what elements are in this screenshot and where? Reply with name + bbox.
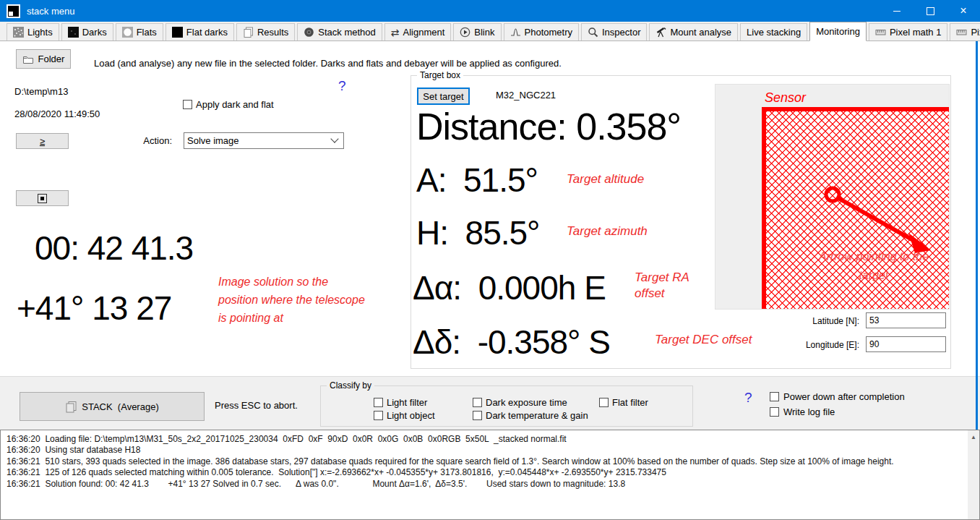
arrow-annotation: Arrrow pointing to the target: [815, 247, 932, 286]
dark-exposure-checkbox[interactable]: [473, 398, 482, 407]
close-button[interactable]: ×: [947, 0, 980, 22]
target-dec-offset: Δδ: -0.358° S: [413, 324, 610, 361]
monitor-help-link[interactable]: ?: [338, 78, 346, 94]
start-monitor-glyph: ≥: [40, 136, 45, 147]
alignment-icon: ⇄: [391, 27, 400, 38]
log-scrollbar[interactable]: ▲: [968, 430, 979, 519]
tab-flat-darks[interactable]: Flat darks: [166, 23, 234, 41]
minimize-icon: [893, 11, 901, 12]
title-bar: stack menu ×: [0, 0, 980, 22]
tab-darks[interactable]: Darks: [61, 23, 113, 41]
ra-offset-annotation: Target RA offset: [635, 270, 707, 302]
flat-darks-icon: [172, 27, 183, 38]
tab-label: Live stacking: [747, 27, 801, 38]
tab-pixel-math-1[interactable]: Pixel math 1: [869, 23, 948, 41]
folder-button[interactable]: Folder: [16, 49, 71, 69]
tab-label: Lights: [27, 27, 53, 38]
window-edge-accent: [976, 41, 978, 430]
flat-filter-checkbox[interactable]: [599, 398, 609, 407]
monitor-timestamp: 28/08/2020 11:49:50: [14, 108, 100, 119]
target-box-group: Target box Set target M32_NGC221 Distanc…: [411, 75, 951, 369]
tab-label: Results: [257, 27, 288, 38]
tab-live-stacking[interactable]: Live stacking: [740, 23, 807, 41]
monitor-description: Load (and analyse) any new file in the s…: [94, 58, 562, 69]
tab-photometry[interactable]: Photometry: [504, 23, 579, 41]
light-object-label: Light object: [387, 410, 435, 421]
tab-monitoring[interactable]: Monitoring: [809, 22, 867, 41]
tab-results[interactable]: Results: [236, 23, 295, 41]
latitude-input[interactable]: [866, 312, 946, 328]
stack-control-panel: STACK (Average) Press ESC to abort. Clas…: [0, 376, 980, 430]
target-name: M32_NGC221: [496, 90, 556, 101]
altitude-annotation: Target altitude: [567, 170, 644, 189]
tab-lights[interactable]: Lights: [7, 23, 59, 41]
log-line: 16:36:21 510 stars, 393 quads selected i…: [7, 456, 973, 467]
tab-label: Stack method: [318, 27, 376, 38]
darks-icon: [68, 27, 79, 38]
maximize-button[interactable]: [914, 0, 947, 22]
stack-help-link[interactable]: ?: [744, 390, 752, 406]
stack-method-icon: [304, 27, 314, 38]
log-line: 16:36:20 Using star database H18: [7, 445, 973, 456]
dark-temperature-checkbox[interactable]: [473, 411, 482, 420]
tab-label: Pixel math 2: [971, 27, 980, 38]
tab-label: Pixel math 1: [890, 27, 942, 38]
tab-alignment[interactable]: ⇄ Alignment: [384, 23, 452, 41]
inspector-icon: [588, 27, 598, 38]
tab-mount-analyse[interactable]: Mount analyse: [649, 23, 738, 41]
window-title: stack menu: [27, 6, 74, 17]
light-filter-checkbox[interactable]: [374, 398, 383, 407]
longitude-label: Longitude [E]:: [765, 340, 859, 350]
close-icon: ×: [960, 4, 966, 17]
tab-label: Inspector: [602, 27, 640, 38]
tab-flats[interactable]: Flats: [116, 23, 163, 41]
action-dropdown-value: Solve image: [187, 135, 239, 146]
start-monitor-button[interactable]: ≥: [16, 133, 69, 149]
tab-label: Flat darks: [186, 27, 228, 38]
action-dropdown[interactable]: Solve image: [184, 132, 344, 149]
sensor-preview-panel: Sensor Arrrow pointing to the target: [715, 84, 950, 310]
dec-offset-annotation: Target DEC offset: [655, 331, 752, 349]
stop-icon: [38, 194, 47, 203]
tab-label: Blink: [474, 27, 494, 38]
log-line: 16:36:20 Loading file: D:\temp\m13\M31_5…: [7, 434, 973, 445]
photometry-icon: [510, 27, 521, 38]
tab-pixel-math-2[interactable]: Pixel math 2: [950, 23, 980, 41]
monitored-folder-path: D:\temp\m13: [14, 86, 68, 97]
flat-filter-label: Flat filter: [612, 397, 648, 408]
chevron-down-icon: [330, 135, 338, 142]
app-icon: [7, 4, 20, 18]
minimize-button[interactable]: [880, 0, 914, 22]
tab-label: Photometry: [525, 27, 572, 38]
power-down-label: Power down after completion: [783, 391, 905, 402]
scrollbar-up-icon[interactable]: ▲: [968, 432, 979, 442]
action-label: Action:: [130, 135, 172, 146]
tab-inspector[interactable]: Inspector: [581, 23, 647, 41]
log-memo[interactable]: 16:36:20 Loading file: D:\temp\m13\M31_5…: [0, 430, 980, 520]
apply-dark-flat-checkbox[interactable]: [183, 100, 192, 109]
solved-ra-value: 00: 42 41.3: [35, 230, 193, 267]
folder-button-label: Folder: [38, 54, 65, 64]
solution-annotation: Image solution so the position where the…: [218, 273, 369, 327]
apply-dark-flat-label: Apply dark and flat: [196, 99, 274, 110]
target-arrow-line: [838, 198, 921, 244]
target-altitude: A: 51.5°: [416, 162, 538, 199]
write-log-checkbox[interactable]: [770, 407, 779, 417]
lights-icon: [13, 27, 24, 38]
flats-icon: [122, 27, 133, 38]
results-icon: [243, 27, 254, 38]
light-object-checkbox[interactable]: [374, 411, 383, 420]
target-azimuth: H: 85.5°: [416, 215, 540, 252]
mount-analyse-icon: [656, 27, 666, 38]
stop-monitor-button[interactable]: [16, 190, 69, 206]
power-down-checkbox[interactable]: [770, 392, 779, 401]
set-target-button[interactable]: Set target: [417, 88, 470, 105]
longitude-input[interactable]: [866, 336, 946, 352]
azimuth-annotation: Target azimuth: [567, 222, 648, 241]
tab-stack-method[interactable]: Stack method: [297, 23, 382, 41]
stack-button[interactable]: STACK (Average): [20, 392, 205, 421]
classify-group: Classify by Light filter Light object Da…: [320, 385, 693, 427]
tab-blink[interactable]: Blink: [453, 23, 501, 41]
write-log-label: Write log file: [783, 406, 835, 417]
stack-button-label: STACK (Average): [82, 401, 158, 412]
